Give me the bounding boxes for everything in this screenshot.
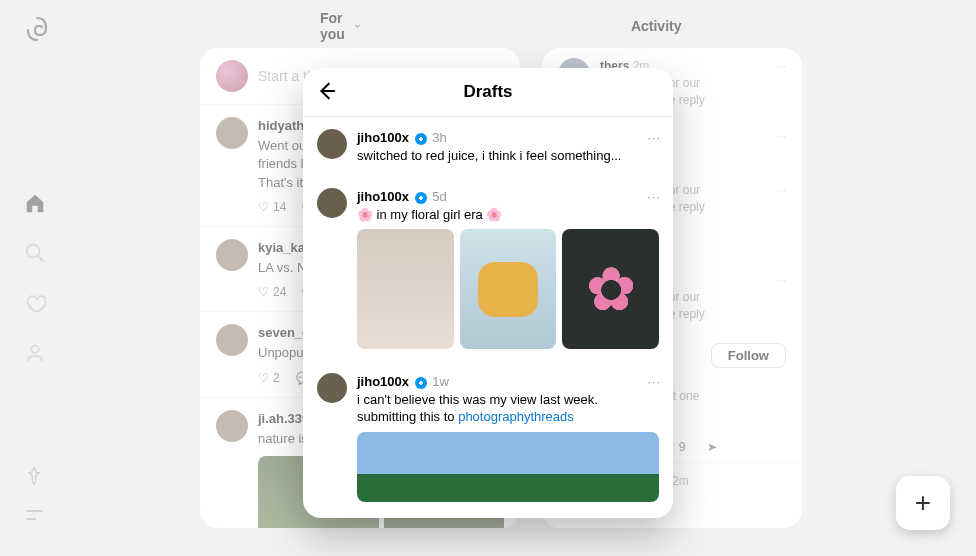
avatar bbox=[317, 129, 347, 159]
more-icon[interactable]: ··· bbox=[776, 58, 786, 108]
avatar bbox=[216, 60, 248, 92]
more-icon[interactable]: ··· bbox=[647, 188, 661, 206]
avatar bbox=[216, 324, 248, 356]
avatar bbox=[216, 117, 248, 149]
more-icon[interactable]: ··· bbox=[647, 373, 661, 391]
like-button[interactable]: ♡ 2 bbox=[258, 371, 280, 385]
username: jiho100x bbox=[357, 130, 409, 145]
menu-icon[interactable] bbox=[24, 508, 44, 524]
svg-point-0 bbox=[27, 245, 40, 258]
drafts-modal: Drafts jiho100x 3h switched to red juice… bbox=[303, 68, 673, 518]
draft-text: switched to red juice, i think i feel so… bbox=[357, 147, 659, 165]
username: jiho100x bbox=[357, 189, 409, 204]
back-button[interactable] bbox=[315, 80, 337, 107]
pin-icon[interactable] bbox=[24, 466, 44, 486]
avatar bbox=[317, 188, 347, 218]
draft-images[interactable] bbox=[357, 229, 659, 349]
verified-icon bbox=[415, 377, 427, 389]
more-icon[interactable]: ··· bbox=[647, 129, 661, 147]
avatar bbox=[317, 373, 347, 403]
verified-icon bbox=[415, 192, 427, 204]
more-icon[interactable]: ··· bbox=[776, 182, 786, 216]
avatar bbox=[216, 239, 248, 271]
draft-text: 🌸 in my floral girl era 🌸 bbox=[357, 206, 659, 224]
like-button[interactable]: ♡ 24 bbox=[258, 285, 286, 299]
follow-button[interactable]: Follow bbox=[711, 343, 786, 368]
svg-line-1 bbox=[38, 256, 44, 262]
avatar bbox=[216, 410, 248, 442]
tab-activity[interactable]: Activity bbox=[631, 18, 682, 34]
arrow-left-icon bbox=[315, 80, 337, 102]
svg-point-2 bbox=[31, 346, 38, 353]
home-icon[interactable] bbox=[24, 192, 46, 214]
heart-icon[interactable] bbox=[24, 292, 46, 314]
share-button[interactable]: ➤ bbox=[707, 440, 717, 454]
threads-logo[interactable] bbox=[24, 16, 50, 42]
verified-icon bbox=[415, 133, 427, 145]
tab-for-you[interactable]: For you bbox=[320, 10, 361, 42]
chevron-down-icon bbox=[354, 20, 361, 32]
draft-item[interactable]: jiho100x 5d 🌸 in my floral girl era 🌸 ··… bbox=[303, 176, 673, 361]
username: jiho100x bbox=[357, 374, 409, 389]
mention-link[interactable]: photographythreads bbox=[458, 409, 574, 424]
draft-item[interactable]: jiho100x 3h switched to red juice, i thi… bbox=[303, 117, 673, 176]
like-button[interactable]: ♡ 14 bbox=[258, 200, 286, 214]
plus-icon: + bbox=[915, 487, 931, 519]
threads-logo-icon bbox=[24, 16, 50, 42]
profile-icon[interactable] bbox=[24, 342, 46, 364]
draft-text: i can't believe this was my view last we… bbox=[357, 391, 659, 426]
draft-item[interactable]: jiho100x 1w i can't believe this was my … bbox=[303, 361, 673, 518]
modal-title: Drafts bbox=[463, 82, 512, 101]
search-icon[interactable] bbox=[24, 242, 46, 264]
more-icon[interactable]: ··· bbox=[776, 128, 786, 162]
draft-image[interactable] bbox=[357, 432, 659, 502]
more-icon[interactable]: ··· bbox=[776, 272, 786, 322]
compose-fab[interactable]: + bbox=[896, 476, 950, 530]
